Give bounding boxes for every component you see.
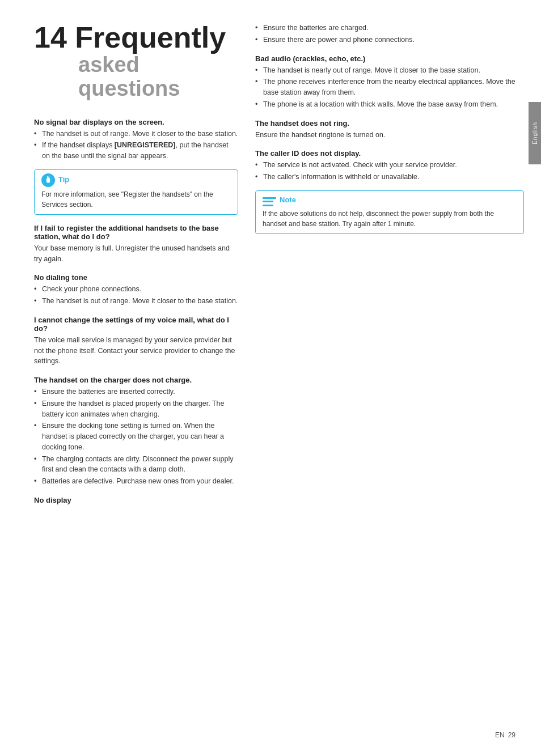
list-item: The handset is out of range. Move it clo… [34,296,238,307]
chapter-heading: 14 Frequently asked questions [34,23,238,101]
chapter-number: 14 [34,21,67,54]
tip-icon [41,173,55,187]
bad-audio-heading: Bad audio (crackles, echo, etc.) [255,54,524,63]
note-icon [263,197,276,206]
list-item: Batteries are defective. Purchase new on… [34,476,238,487]
page-footer: EN 29 [495,731,515,739]
tip-content: For more information, see "Register the … [41,189,231,210]
section3-bullets: Check your phone connections. The handse… [34,284,238,307]
list-item: The handset is out of range. Move it clo… [34,129,238,139]
list-item: Ensure the batteries are charged. [255,23,524,33]
section5-bullets: Ensure the batteries are inserted correc… [34,387,238,487]
bad-audio-bullets: The handset is nearly out of range. Move… [255,65,524,110]
chapter-subtitle: asked questions [78,53,238,101]
list-item: The handset is nearly out of range. Move… [255,65,524,76]
section4-body: The voice mail service is managed by you… [34,335,238,367]
not-ring-heading: The handset does not ring. [255,119,524,128]
side-tab: English [529,102,541,164]
section6-heading: No display [34,496,238,504]
list-item: Ensure there are power and phone connect… [255,35,524,45]
top-bullets: Ensure the batteries are charged. Ensure… [255,23,524,45]
svg-rect-0 [47,182,50,183]
list-item: The phone is at a location with thick wa… [255,99,524,110]
right-column: Ensure the batteries are charged. Ensure… [255,23,524,733]
section1-heading: No signal bar displays on the screen. [34,118,238,126]
list-item: The phone receives interference from the… [255,77,524,98]
section1-bullets: The handset is out of range. Move it clo… [34,129,238,162]
list-item: Ensure the handset is placed properly on… [34,398,238,420]
section2-heading: If I fail to register the additional han… [34,224,238,241]
note-content: If the above solutions do not help, disc… [263,209,517,229]
tip-label: Tip [58,175,69,184]
section3-heading: No dialing tone [34,273,238,282]
unregistered-text: [UNREGISTERED] [115,141,176,149]
list-item: Ensure the batteries are inserted correc… [34,387,238,397]
list-item: The charging contacts are dirty. Disconn… [34,454,238,475]
section5-heading: The handset on the charger does not char… [34,376,238,384]
list-item: Check your phone connections. [34,284,238,295]
list-item: Ensure the docking tone setting is turne… [34,421,238,452]
list-item: If the handset displays [UNREGISTERED], … [34,140,238,162]
footer-page-number: 29 [508,731,515,739]
list-item: The caller's information is withheld or … [255,172,524,182]
caller-id-heading: The caller ID does not display. [255,149,524,158]
page: English 14 Frequently asked questions No… [0,0,541,756]
left-column: 14 Frequently asked questions No signal … [34,23,238,733]
section4-heading: I cannot change the settings of my voice… [34,316,238,333]
section2-body: Your base memory is full. Unregister the… [34,243,238,265]
note-box: Note If the above solutions do not help,… [255,190,524,234]
list-item: The service is not activated. Check with… [255,160,524,171]
tip-box: Tip For more information, see "Register … [34,169,238,215]
content-area: 14 Frequently asked questions No signal … [0,0,541,756]
caller-id-bullets: The service is not activated. Check with… [255,160,524,182]
footer-language: EN [495,731,505,739]
not-ring-body: Ensure the handset ringtone is turned on… [255,130,524,141]
chapter-title-word: Frequently [67,21,226,54]
note-label: Note [280,196,296,204]
side-tab-label: English [532,122,538,145]
